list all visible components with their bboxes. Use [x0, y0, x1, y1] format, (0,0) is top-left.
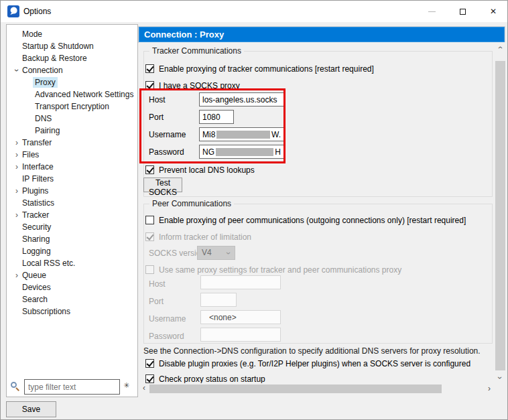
- chevron-down-icon: ›: [223, 249, 235, 257]
- close-icon: ✕: [490, 7, 497, 16]
- inform-tracker-label: Inform tracker of limitation: [159, 232, 251, 242]
- username-suffix: W.: [271, 130, 281, 139]
- host-input[interactable]: [199, 92, 285, 107]
- username-label: Username: [149, 130, 186, 139]
- vertical-scrollbar[interactable]: › ›: [495, 42, 506, 383]
- maximize-button[interactable]: [447, 1, 478, 22]
- enable-peer-proxy-label: Enable proxying of peer communications (…: [159, 216, 466, 225]
- disable-plugin-proxies-label: Disable plugin proxies (e.g. Tor/I2P Hel…: [159, 359, 470, 368]
- same-proxy-checkbox: [145, 265, 154, 274]
- enable-tracker-proxy-checkbox[interactable]: [145, 64, 154, 73]
- chevron-right-icon[interactable]: ›: [13, 137, 21, 149]
- sidebar-item-connection[interactable]: ›Connection: [7, 64, 137, 76]
- sidebar-item-queue[interactable]: ›Queue: [7, 269, 137, 281]
- sidebar-item-advanced-network-settings[interactable]: Advanced Network Settings: [7, 88, 137, 100]
- inform-tracker-checkbox: [145, 232, 154, 241]
- filter-bar: ✳: [7, 378, 137, 397]
- horizontal-scrollbar-thumb[interactable]: [149, 384, 442, 393]
- sidebar-item-pairing[interactable]: Pairing: [7, 125, 137, 137]
- password-prefix: NG: [202, 147, 214, 157]
- search-icon: [10, 381, 21, 392]
- sidebar-item-search[interactable]: Search: [7, 293, 137, 305]
- sidebar-item-files[interactable]: ›Files: [7, 149, 137, 161]
- peer-username-input: [200, 310, 281, 324]
- sidebar-item-mode[interactable]: Mode: [7, 28, 137, 40]
- disable-plugin-proxies-checkbox[interactable]: [145, 359, 154, 368]
- save-button[interactable]: Save: [6, 401, 56, 417]
- peer-password-input: [200, 328, 281, 342]
- chevron-right-icon[interactable]: ›: [13, 269, 21, 281]
- sidebar-item-startup-shutdown[interactable]: Startup & Shutdown: [7, 40, 137, 52]
- sidebar-item-interface[interactable]: ›Interface: [7, 161, 137, 173]
- socks-version-value: V4: [202, 248, 212, 257]
- options-window: Options ✕ Mode Startup & Shutdown Backup…: [0, 0, 508, 420]
- sidebar-item-backup-restore[interactable]: Backup & Restore: [7, 52, 137, 64]
- sidebar-item-statistics[interactable]: Statistics: [7, 197, 137, 209]
- chevron-right-icon[interactable]: ›: [13, 161, 21, 173]
- sidebar-item-dns[interactable]: DNS: [7, 113, 137, 125]
- sidebar-item-subscriptions[interactable]: Subscriptions: [7, 305, 137, 318]
- panel-content: Tracker Communications Enable proxying o…: [139, 42, 495, 383]
- peer-host-input: [200, 275, 281, 289]
- maximize-icon: [460, 9, 466, 15]
- page-title: Connection : Proxy: [139, 27, 505, 42]
- sidebar-item-devices[interactable]: Devices: [7, 281, 137, 293]
- sidebar-item-ip-filters[interactable]: IP Filters: [7, 173, 137, 185]
- group-title: Tracker Communications: [149, 46, 244, 56]
- horizontal-scrollbar[interactable]: › ›: [139, 383, 495, 395]
- password-input[interactable]: NG H: [199, 145, 284, 159]
- same-proxy-label: Use same proxy settings for tracker and …: [159, 265, 401, 275]
- sidebar-item-logging[interactable]: Logging: [7, 245, 137, 257]
- tree-list: Mode Startup & Shutdown Backup & Restore…: [7, 28, 137, 318]
- group-title: Peer Communications: [149, 199, 234, 208]
- peer-port-label: Port: [149, 297, 164, 306]
- clear-filter-icon[interactable]: ✳: [123, 381, 129, 390]
- check-proxy-status-checkbox[interactable]: [145, 374, 154, 383]
- host-label: Host: [149, 95, 166, 104]
- username-input[interactable]: Mi8 W.: [199, 127, 284, 141]
- scroll-right-icon[interactable]: ›: [484, 383, 495, 394]
- have-socks-proxy-checkbox[interactable]: [145, 81, 154, 90]
- password-label: Password: [149, 147, 184, 157]
- sidebar-item-sharing[interactable]: Sharing: [7, 233, 137, 245]
- have-socks-proxy-label: I have a SOCKS proxy: [159, 81, 240, 90]
- scroll-up-icon[interactable]: ›: [495, 42, 505, 53]
- close-button[interactable]: ✕: [478, 1, 508, 22]
- peer-username-label: Username: [149, 314, 186, 324]
- sidebar-item-security[interactable]: Security: [7, 221, 137, 233]
- scroll-down-icon[interactable]: ›: [495, 372, 505, 383]
- chevron-right-icon[interactable]: ›: [13, 185, 21, 197]
- options-tree: Mode Startup & Shutdown Backup & Restore…: [6, 24, 138, 397]
- sidebar-item-plugins[interactable]: ›Plugins: [7, 185, 137, 197]
- sidebar-item-transport-encryption[interactable]: Transport Encryption: [7, 100, 137, 113]
- minimize-button[interactable]: [416, 1, 447, 22]
- scroll-left-icon[interactable]: ›: [139, 383, 149, 394]
- sidebar-item-tracker[interactable]: ›Tracker: [7, 209, 137, 221]
- socks-version-dropdown: V4 ›: [197, 246, 235, 260]
- enable-tracker-proxy-label: Enable proxying of tracker communication…: [159, 64, 374, 74]
- check-proxy-status-label: Check proxy status on startup: [159, 374, 265, 383]
- peer-password-label: Password: [149, 332, 184, 341]
- username-prefix: Mi8: [202, 130, 215, 139]
- filter-input[interactable]: [24, 379, 120, 395]
- dns-note: See the Connection->DNS configuration to…: [143, 346, 481, 356]
- peer-host-label: Host: [149, 279, 166, 289]
- redaction-block: [216, 148, 273, 156]
- vertical-scrollbar-thumb[interactable]: [495, 61, 505, 370]
- chevron-right-icon[interactable]: ›: [13, 149, 21, 161]
- sidebar-item-local-rss[interactable]: Local RSS etc.: [7, 257, 137, 269]
- enable-peer-proxy-checkbox[interactable]: [145, 216, 154, 224]
- redaction-block: [216, 131, 270, 139]
- port-input[interactable]: [199, 110, 234, 124]
- titlebar: Options ✕: [1, 1, 508, 22]
- sidebar-item-proxy[interactable]: Proxy: [7, 76, 137, 88]
- window-title: Options: [23, 7, 51, 16]
- sidebar-item-transfer[interactable]: ›Transfer: [7, 137, 137, 149]
- port-label: Port: [149, 113, 164, 122]
- test-socks-button[interactable]: Test SOCKS: [143, 178, 182, 192]
- minimize-icon: [428, 11, 436, 12]
- chevron-down-icon[interactable]: ›: [11, 66, 23, 74]
- chevron-right-icon[interactable]: ›: [13, 209, 21, 221]
- prevent-dns-checkbox[interactable]: [145, 165, 154, 174]
- vuze-logo-icon: [7, 5, 19, 17]
